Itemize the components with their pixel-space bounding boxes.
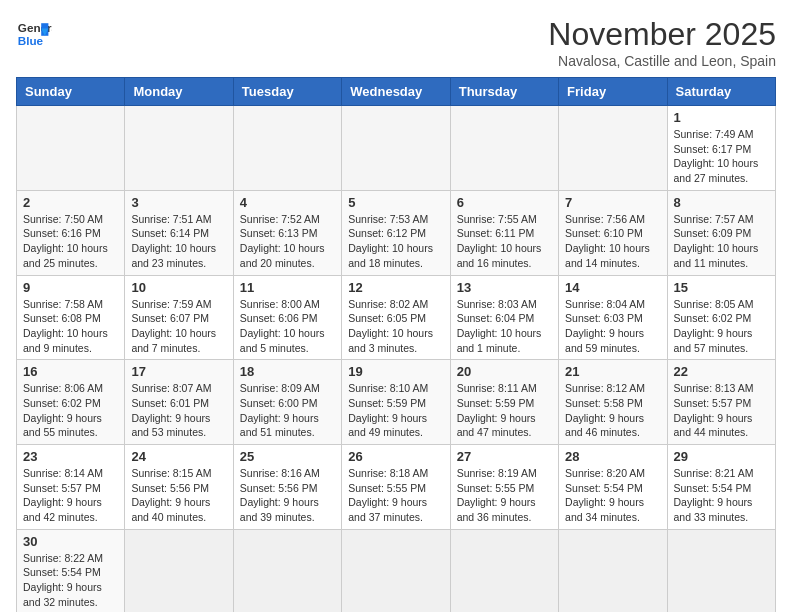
calendar-day-cell: 1Sunrise: 7:49 AM Sunset: 6:17 PM Daylig… [667, 106, 775, 191]
calendar-header-row: SundayMondayTuesdayWednesdayThursdayFrid… [17, 78, 776, 106]
day-info: Sunrise: 8:05 AM Sunset: 6:02 PM Dayligh… [674, 297, 769, 356]
day-info: Sunrise: 7:58 AM Sunset: 6:08 PM Dayligh… [23, 297, 118, 356]
calendar-day-cell: 28Sunrise: 8:20 AM Sunset: 5:54 PM Dayli… [559, 445, 667, 530]
day-info: Sunrise: 7:55 AM Sunset: 6:11 PM Dayligh… [457, 212, 552, 271]
day-info: Sunrise: 8:10 AM Sunset: 5:59 PM Dayligh… [348, 381, 443, 440]
month-title: November 2025 [548, 16, 776, 53]
page-header: General Blue November 2025 Navalosa, Cas… [16, 16, 776, 69]
calendar-day-cell: 15Sunrise: 8:05 AM Sunset: 6:02 PM Dayli… [667, 275, 775, 360]
calendar-day-cell [233, 529, 341, 612]
calendar-day-cell [125, 106, 233, 191]
calendar-day-cell: 14Sunrise: 8:04 AM Sunset: 6:03 PM Dayli… [559, 275, 667, 360]
day-number: 10 [131, 280, 226, 295]
calendar-day-cell: 29Sunrise: 8:21 AM Sunset: 5:54 PM Dayli… [667, 445, 775, 530]
calendar-day-cell: 21Sunrise: 8:12 AM Sunset: 5:58 PM Dayli… [559, 360, 667, 445]
day-number: 2 [23, 195, 118, 210]
day-number: 27 [457, 449, 552, 464]
day-number: 21 [565, 364, 660, 379]
calendar-day-cell: 3Sunrise: 7:51 AM Sunset: 6:14 PM Daylig… [125, 190, 233, 275]
day-number: 24 [131, 449, 226, 464]
calendar-day-cell [559, 106, 667, 191]
calendar-day-cell: 9Sunrise: 7:58 AM Sunset: 6:08 PM Daylig… [17, 275, 125, 360]
calendar-day-cell: 11Sunrise: 8:00 AM Sunset: 6:06 PM Dayli… [233, 275, 341, 360]
day-info: Sunrise: 8:22 AM Sunset: 5:54 PM Dayligh… [23, 551, 118, 610]
day-number: 22 [674, 364, 769, 379]
day-info: Sunrise: 7:53 AM Sunset: 6:12 PM Dayligh… [348, 212, 443, 271]
calendar-day-cell: 16Sunrise: 8:06 AM Sunset: 6:02 PM Dayli… [17, 360, 125, 445]
calendar-day-cell: 22Sunrise: 8:13 AM Sunset: 5:57 PM Dayli… [667, 360, 775, 445]
day-info: Sunrise: 8:21 AM Sunset: 5:54 PM Dayligh… [674, 466, 769, 525]
calendar-day-cell [450, 106, 558, 191]
day-of-week-header: Tuesday [233, 78, 341, 106]
calendar-day-cell [125, 529, 233, 612]
calendar-day-cell: 2Sunrise: 7:50 AM Sunset: 6:16 PM Daylig… [17, 190, 125, 275]
day-info: Sunrise: 8:18 AM Sunset: 5:55 PM Dayligh… [348, 466, 443, 525]
day-number: 15 [674, 280, 769, 295]
day-info: Sunrise: 8:12 AM Sunset: 5:58 PM Dayligh… [565, 381, 660, 440]
calendar-day-cell: 19Sunrise: 8:10 AM Sunset: 5:59 PM Dayli… [342, 360, 450, 445]
day-info: Sunrise: 8:20 AM Sunset: 5:54 PM Dayligh… [565, 466, 660, 525]
day-number: 20 [457, 364, 552, 379]
calendar-day-cell: 5Sunrise: 7:53 AM Sunset: 6:12 PM Daylig… [342, 190, 450, 275]
day-number: 17 [131, 364, 226, 379]
calendar-day-cell [17, 106, 125, 191]
day-number: 4 [240, 195, 335, 210]
day-number: 7 [565, 195, 660, 210]
title-block: November 2025 Navalosa, Castille and Leo… [548, 16, 776, 69]
day-info: Sunrise: 8:11 AM Sunset: 5:59 PM Dayligh… [457, 381, 552, 440]
day-info: Sunrise: 8:09 AM Sunset: 6:00 PM Dayligh… [240, 381, 335, 440]
day-of-week-header: Saturday [667, 78, 775, 106]
calendar-day-cell: 27Sunrise: 8:19 AM Sunset: 5:55 PM Dayli… [450, 445, 558, 530]
day-number: 13 [457, 280, 552, 295]
day-number: 23 [23, 449, 118, 464]
calendar-day-cell: 25Sunrise: 8:16 AM Sunset: 5:56 PM Dayli… [233, 445, 341, 530]
day-number: 16 [23, 364, 118, 379]
calendar-week-row: 1Sunrise: 7:49 AM Sunset: 6:17 PM Daylig… [17, 106, 776, 191]
day-number: 30 [23, 534, 118, 549]
svg-text:Blue: Blue [18, 34, 44, 47]
calendar-day-cell: 13Sunrise: 8:03 AM Sunset: 6:04 PM Dayli… [450, 275, 558, 360]
calendar-day-cell: 6Sunrise: 7:55 AM Sunset: 6:11 PM Daylig… [450, 190, 558, 275]
day-info: Sunrise: 7:51 AM Sunset: 6:14 PM Dayligh… [131, 212, 226, 271]
day-number: 14 [565, 280, 660, 295]
day-of-week-header: Wednesday [342, 78, 450, 106]
calendar-day-cell: 17Sunrise: 8:07 AM Sunset: 6:01 PM Dayli… [125, 360, 233, 445]
calendar-week-row: 16Sunrise: 8:06 AM Sunset: 6:02 PM Dayli… [17, 360, 776, 445]
calendar-week-row: 9Sunrise: 7:58 AM Sunset: 6:08 PM Daylig… [17, 275, 776, 360]
day-info: Sunrise: 8:07 AM Sunset: 6:01 PM Dayligh… [131, 381, 226, 440]
day-info: Sunrise: 8:15 AM Sunset: 5:56 PM Dayligh… [131, 466, 226, 525]
day-number: 19 [348, 364, 443, 379]
calendar-day-cell: 26Sunrise: 8:18 AM Sunset: 5:55 PM Dayli… [342, 445, 450, 530]
logo-icon: General Blue [16, 16, 52, 52]
calendar-day-cell: 24Sunrise: 8:15 AM Sunset: 5:56 PM Dayli… [125, 445, 233, 530]
day-info: Sunrise: 7:56 AM Sunset: 6:10 PM Dayligh… [565, 212, 660, 271]
day-number: 9 [23, 280, 118, 295]
day-number: 6 [457, 195, 552, 210]
day-of-week-header: Monday [125, 78, 233, 106]
calendar-day-cell: 23Sunrise: 8:14 AM Sunset: 5:57 PM Dayli… [17, 445, 125, 530]
day-number: 11 [240, 280, 335, 295]
day-info: Sunrise: 7:49 AM Sunset: 6:17 PM Dayligh… [674, 127, 769, 186]
calendar-day-cell: 30Sunrise: 8:22 AM Sunset: 5:54 PM Dayli… [17, 529, 125, 612]
day-number: 18 [240, 364, 335, 379]
day-info: Sunrise: 8:02 AM Sunset: 6:05 PM Dayligh… [348, 297, 443, 356]
logo: General Blue [16, 16, 52, 52]
day-number: 8 [674, 195, 769, 210]
calendar-week-row: 2Sunrise: 7:50 AM Sunset: 6:16 PM Daylig… [17, 190, 776, 275]
day-info: Sunrise: 7:50 AM Sunset: 6:16 PM Dayligh… [23, 212, 118, 271]
calendar-day-cell [342, 529, 450, 612]
day-info: Sunrise: 8:06 AM Sunset: 6:02 PM Dayligh… [23, 381, 118, 440]
calendar-day-cell: 8Sunrise: 7:57 AM Sunset: 6:09 PM Daylig… [667, 190, 775, 275]
day-of-week-header: Sunday [17, 78, 125, 106]
calendar-day-cell [342, 106, 450, 191]
day-number: 1 [674, 110, 769, 125]
calendar-day-cell: 7Sunrise: 7:56 AM Sunset: 6:10 PM Daylig… [559, 190, 667, 275]
day-of-week-header: Friday [559, 78, 667, 106]
calendar-table: SundayMondayTuesdayWednesdayThursdayFrid… [16, 77, 776, 612]
day-number: 25 [240, 449, 335, 464]
day-number: 29 [674, 449, 769, 464]
calendar-week-row: 30Sunrise: 8:22 AM Sunset: 5:54 PM Dayli… [17, 529, 776, 612]
day-info: Sunrise: 7:59 AM Sunset: 6:07 PM Dayligh… [131, 297, 226, 356]
day-of-week-header: Thursday [450, 78, 558, 106]
calendar-day-cell [450, 529, 558, 612]
